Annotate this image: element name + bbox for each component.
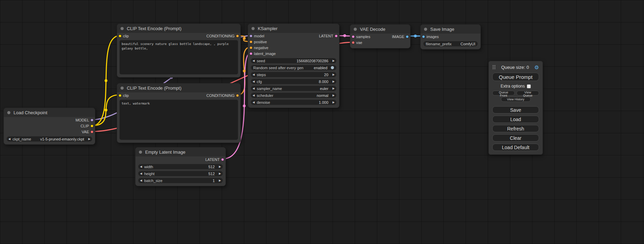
input-label-clip: clip <box>123 34 129 38</box>
collapse-dot-icon[interactable] <box>7 111 10 114</box>
node-clip-text-encode-negative[interactable]: CLIP Text Encode (Prompt) clip CONDITION… <box>117 83 241 143</box>
seed-widget[interactable]: ◀ seed 156680208700286 ▶ <box>251 58 336 63</box>
widget-name-label: batch_size <box>144 179 162 183</box>
increment-icon[interactable]: ▶ <box>333 87 335 90</box>
prompt-textarea[interactable]: beautiful scenery nature glass bottle la… <box>120 40 238 74</box>
node-titlebar[interactable]: Empty Latent Image <box>135 147 226 156</box>
decrement-icon[interactable]: ◀ <box>253 73 255 76</box>
decrement-icon[interactable]: ◀ <box>253 101 255 104</box>
widget-name-label: steps <box>257 73 266 77</box>
load-default-button[interactable]: Load Default <box>492 144 539 151</box>
output-slot-vae[interactable] <box>90 130 94 133</box>
decrement-icon[interactable]: ◀ <box>253 60 255 62</box>
extra-options-checkbox[interactable] <box>527 84 531 88</box>
node-titlebar[interactable]: VAE Decode <box>350 25 410 34</box>
node-empty-latent-image[interactable]: Empty Latent Image LATENT ◀ width 512 ▶ … <box>135 147 226 186</box>
collapse-dot-icon[interactable] <box>121 87 124 90</box>
slot-row: VAE <box>4 129 95 135</box>
filename-prefix-widget[interactable]: filename_prefix ComfyUI <box>423 41 478 46</box>
slot-row: CLIP <box>4 123 95 129</box>
drag-handle-icon[interactable] <box>492 65 496 70</box>
prompt-textarea[interactable]: text, watermark <box>120 100 238 140</box>
view-history-button[interactable]: View History <box>501 97 531 102</box>
batch-size-widget[interactable]: ◀ batch_size 1 ▶ <box>138 178 223 183</box>
node-load-checkpoint[interactable]: Load Checkpoint MODEL CLIP VAE ◀ ckpt_na… <box>3 108 95 145</box>
node-titlebar[interactable]: Load Checkpoint <box>4 108 95 117</box>
node-titlebar[interactable]: Save Image <box>421 25 480 34</box>
input-slot-images[interactable] <box>422 35 425 38</box>
load-button[interactable]: Load <box>492 116 539 123</box>
wire-negative-midpoint-dot <box>243 70 246 72</box>
wire-latent-midpoint-dot <box>243 105 246 107</box>
increment-icon[interactable]: ▶ <box>333 101 335 104</box>
input-slot-vae[interactable] <box>352 41 355 44</box>
node-ksampler[interactable]: KSampler model LATENT positive negative … <box>248 24 339 108</box>
increment-icon[interactable]: ▶ <box>219 179 221 182</box>
input-slot-clip[interactable] <box>118 94 122 97</box>
queue-prompt-button[interactable]: Queue Prompt <box>492 73 539 81</box>
ckpt-name-combo-widget[interactable]: ◀ ckpt_name v1-5-pruned-emaonly.ckpt ▶ <box>7 136 92 142</box>
node-titlebar[interactable]: CLIP Text Encode (Prompt) <box>117 24 240 33</box>
collapse-dot-icon[interactable] <box>252 27 255 30</box>
increment-icon[interactable]: ▶ <box>333 73 335 76</box>
input-slot-model[interactable] <box>249 34 253 37</box>
node-clip-text-encode-positive[interactable]: CLIP Text Encode (Prompt) clip CONDITION… <box>117 24 241 78</box>
denoise-widget[interactable]: ◀ denoise 1.000 ▶ <box>251 100 336 105</box>
input-slot-positive[interactable] <box>249 40 253 43</box>
input-slot-latent-image[interactable] <box>249 52 253 55</box>
refresh-button[interactable]: Refresh <box>492 125 539 132</box>
input-slot-negative[interactable] <box>249 46 253 49</box>
decrement-icon[interactable]: ◀ <box>253 80 255 83</box>
toggle-indicator-icon[interactable] <box>331 66 334 69</box>
input-label-latent-image: latent_image <box>254 52 276 56</box>
decrement-icon[interactable]: ◀ <box>8 138 10 141</box>
output-slot-conditioning[interactable] <box>236 94 239 97</box>
output-slot-latent[interactable] <box>335 34 338 37</box>
collapse-dot-icon[interactable] <box>424 28 427 31</box>
sampler-name-widget[interactable]: ◀ sampler_name euler ▶ <box>251 86 336 91</box>
collapse-dot-icon[interactable] <box>121 27 124 30</box>
width-widget[interactable]: ◀ width 512 ▶ <box>138 164 223 169</box>
decrement-icon[interactable]: ◀ <box>140 172 142 175</box>
scheduler-widget[interactable]: ◀ scheduler normal ▶ <box>251 93 336 98</box>
decrement-icon[interactable]: ◀ <box>140 165 142 168</box>
random-seed-toggle-widget[interactable]: Random seed after every gen enabled <box>251 65 336 70</box>
decrement-icon[interactable]: ◀ <box>253 87 255 90</box>
increment-icon[interactable]: ▶ <box>333 94 335 97</box>
input-slot-clip[interactable] <box>118 34 122 37</box>
collapse-dot-icon[interactable] <box>354 28 357 31</box>
queue-panel-header: Queue size: 0 ⚙ <box>492 64 539 70</box>
output-slot-clip[interactable] <box>90 124 94 127</box>
increment-icon[interactable]: ▶ <box>219 165 221 168</box>
output-label-conditioning: CONDITIONING <box>206 93 235 98</box>
save-button[interactable]: Save <box>492 106 539 114</box>
increment-icon[interactable]: ▶ <box>219 172 221 175</box>
node-titlebar[interactable]: CLIP Text Encode (Prompt) <box>117 83 240 92</box>
output-slot-image[interactable] <box>406 35 409 38</box>
cfg-widget[interactable]: ◀ cfg 8.000 ▶ <box>251 79 336 84</box>
decrement-icon[interactable]: ◀ <box>253 94 255 97</box>
decrement-icon[interactable]: ◀ <box>140 179 142 182</box>
wire-clip-negative-midpoint-dot <box>105 109 107 111</box>
height-widget[interactable]: ◀ height 512 ▶ <box>138 171 223 176</box>
widget-value: 20 <box>324 73 328 77</box>
wire-image-midpoint-dot <box>414 35 417 37</box>
node-titlebar[interactable]: KSampler <box>248 24 339 33</box>
clear-button[interactable]: Clear <box>492 134 539 142</box>
input-slot-samples[interactable] <box>352 35 355 38</box>
increment-icon[interactable]: ▶ <box>333 80 335 83</box>
output-slot-conditioning[interactable] <box>236 34 239 37</box>
increment-icon[interactable]: ▶ <box>88 138 90 141</box>
settings-gear-icon[interactable]: ⚙ <box>535 65 539 70</box>
increment-icon[interactable]: ▶ <box>333 60 335 62</box>
collapse-dot-icon[interactable] <box>139 151 142 154</box>
queue-panel[interactable]: Queue size: 0 ⚙ Queue Prompt Extra optio… <box>488 61 543 155</box>
node-save-image[interactable]: Save Image images filename_prefix ComfyU… <box>420 24 481 49</box>
queue-front-button[interactable]: Queue Front <box>492 91 515 96</box>
node-vae-decode[interactable]: VAE Decode samples IMAGE vae <box>350 24 411 48</box>
view-queue-button[interactable]: View Queue <box>517 91 539 96</box>
output-slot-latent[interactable] <box>221 158 224 161</box>
output-slot-model[interactable] <box>90 118 94 121</box>
node-graph-canvas[interactable]: Load Checkpoint MODEL CLIP VAE ◀ ckpt_na… <box>0 0 644 244</box>
steps-widget[interactable]: ◀ steps 20 ▶ <box>251 72 336 77</box>
